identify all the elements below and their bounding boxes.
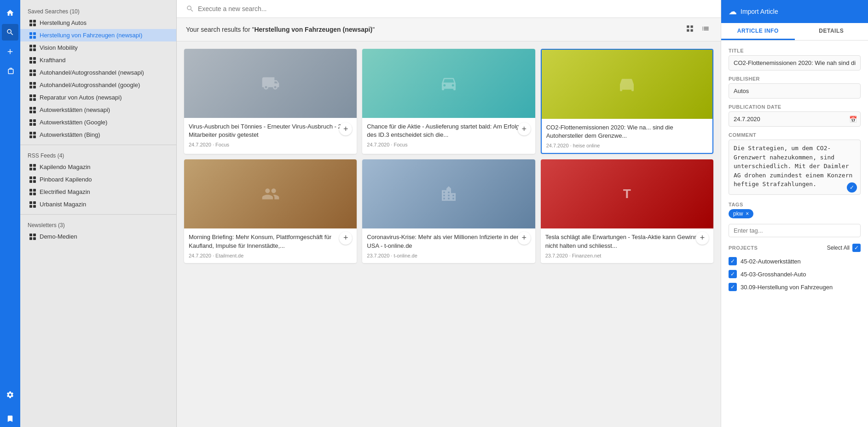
tab-details[interactable]: DETAILS <box>795 23 868 40</box>
article-card-body: Tesla schlägt alle Erwartungen - Tesla-A… <box>541 228 713 263</box>
sidebar-item-autowerkstaetten-google[interactable]: Autowerkstätten (Google) <box>20 116 176 129</box>
grid-icon-pin <box>29 176 36 183</box>
project-checkbox-1[interactable]: ✓ <box>729 270 737 278</box>
grid-icon-an <box>29 70 36 76</box>
select-all-checkbox[interactable]: ✓ <box>852 244 861 252</box>
grid-icon-awb <box>29 132 36 138</box>
grid-icon-active <box>29 32 36 39</box>
right-panel-tabs: ARTICLE INFO DETAILS <box>721 23 868 41</box>
search-bar <box>177 0 721 18</box>
comment-label: COMMENT <box>729 132 861 138</box>
article-card[interactable]: Virus-Ausbruch bei Tönnies - Erneuter Vi… <box>184 49 357 154</box>
list-view-icon[interactable] <box>700 23 712 35</box>
rss-feeds-label: RSS Feeds (4) <box>20 149 176 161</box>
comment-confirm-icon[interactable]: ✓ <box>847 182 857 193</box>
bookmark-nav-icon[interactable] <box>2 410 18 427</box>
sidebar-item-krafthand[interactable]: Krafthand <box>20 54 176 66</box>
comment-field[interactable]: Die Strategien, um dem CO2-Grenzwert nah… <box>729 140 861 195</box>
project-item-0[interactable]: ✓ 45-02-Autowerkstätten <box>729 255 861 268</box>
divider-1 <box>20 145 176 145</box>
grid-icon <box>29 20 36 26</box>
tag-close-button[interactable]: × <box>746 211 749 217</box>
article-image <box>184 159 357 228</box>
tag-input[interactable] <box>729 224 861 237</box>
article-image <box>542 50 712 119</box>
projects-label: PROJECTS <box>729 245 758 251</box>
project-checkbox-2[interactable]: ✓ <box>729 283 737 291</box>
article-image <box>362 49 535 118</box>
article-card-body: CO2-Flottenemissionen 2020: Wie na... si… <box>542 119 712 153</box>
grid-icon-k <box>29 57 36 64</box>
grid-icon-awg <box>29 119 36 126</box>
article-card[interactable]: Coronavirus-Krise: Mehr als vier Million… <box>362 159 535 263</box>
project-checkbox-0[interactable]: ✓ <box>729 257 737 265</box>
sidebar-item-vision-mobility[interactable]: Vision Mobility <box>20 41 176 54</box>
tags-container: pkw × <box>729 209 861 221</box>
sidebar-item-reparatur[interactable]: Reparatur von Autos (newsapi) <box>20 91 176 104</box>
add-article-button[interactable]: + <box>518 232 531 245</box>
sidebar-item-autohandel-newsapi[interactable]: Autohandel/Autogrosshandel (newsapi) <box>20 66 176 79</box>
sidebar-item-demo-medien[interactable]: Demo-Medien <box>20 230 176 243</box>
project-item-2[interactable]: ✓ 30.09-Herstellung von Fahrzeugen <box>729 281 861 293</box>
select-all-container: Select All ✓ <box>827 244 861 252</box>
calendar-icon[interactable]: 📅 <box>849 116 857 123</box>
add-article-button[interactable]: + <box>339 232 352 245</box>
add-nav-icon[interactable] <box>2 43 18 60</box>
sidebar: Saved Searches (10) Herstellung Autos He… <box>20 0 177 427</box>
view-icons <box>684 23 712 35</box>
grid-icon-kap <box>29 164 36 170</box>
grid-icon-r <box>29 94 36 101</box>
publisher-label: PUBLISHER <box>729 76 861 82</box>
projects-header: PROJECTS Select All ✓ <box>729 244 861 252</box>
article-card[interactable]: Morning Briefing: Mehr Konsum, Plattform… <box>184 159 357 263</box>
sidebar-item-kapilendo[interactable]: Kapilendo Magazin <box>20 161 176 173</box>
project-item-1[interactable]: ✓ 45-03-Grosshandel-Auto <box>729 268 861 281</box>
articles-grid: Virus-Ausbruch bei Tönnies - Erneuter Vi… <box>177 41 721 427</box>
grid-icon-elec <box>29 189 36 195</box>
sidebar-item-autowerkstaetten-newsapi[interactable]: Autowerkstätten (newsapi) <box>20 104 176 116</box>
article-card[interactable]: Chance für die Aktie - Auslieferung star… <box>362 49 535 154</box>
grid-icon-vm <box>29 45 36 51</box>
tag-chip-pkw: pkw × <box>729 209 753 218</box>
title-label: TITLE <box>729 48 861 53</box>
left-navigation <box>0 0 20 427</box>
add-article-button[interactable]: + <box>696 232 709 245</box>
briefcase-nav-icon[interactable] <box>2 63 18 79</box>
results-title: Your search results for "Herstellung von… <box>186 26 375 33</box>
right-panel-header: ☁ Import Article <box>721 0 868 23</box>
search-nav-icon[interactable] <box>2 24 18 41</box>
cloud-icon: ☁ <box>729 6 737 17</box>
article-image <box>362 159 535 228</box>
pub-date-field[interactable] <box>729 111 861 127</box>
sidebar-item-herstellung-fahrzeuge[interactable]: Herstellung von Fahrzeugen (newsapi) <box>20 29 176 41</box>
article-card-selected[interactable]: CO2-Flottenemissionen 2020: Wie na... si… <box>541 49 713 154</box>
publisher-field[interactable] <box>729 83 861 99</box>
sidebar-item-herstellung-autos[interactable]: Herstellung Autos <box>20 17 176 29</box>
search-input[interactable] <box>198 5 712 12</box>
results-header: Your search results for "Herstellung von… <box>177 18 721 41</box>
article-card-body: Chance für die Aktie - Auslieferung star… <box>362 118 535 152</box>
article-card[interactable]: T Tesla schlägt alle Erwartungen - Tesla… <box>541 159 713 263</box>
article-card-body: Morning Briefing: Mehr Konsum, Plattform… <box>184 228 357 263</box>
sidebar-item-electrified[interactable]: Electrified Magazin <box>20 186 176 198</box>
home-icon[interactable] <box>2 5 18 21</box>
grid-icon-awn <box>29 107 36 113</box>
sidebar-item-autohandel-google[interactable]: Autohandel/Autogrosshandel (google) <box>20 79 176 91</box>
search-bar-icon <box>186 5 194 13</box>
settings-nav-icon[interactable] <box>2 386 18 403</box>
grid-icon-ag <box>29 82 36 88</box>
article-card-body: Coronavirus-Krise: Mehr als vier Million… <box>362 228 535 263</box>
grid-view-icon[interactable] <box>684 23 696 35</box>
add-article-button[interactable]: + <box>518 123 531 135</box>
article-image: T <box>541 159 713 228</box>
divider-2 <box>20 214 176 215</box>
title-field[interactable] <box>729 55 861 70</box>
tab-article-info[interactable]: ARTICLE INFO <box>721 23 795 40</box>
sidebar-item-autowerkstaetten-bing[interactable]: Autowerkstätten (Bing) <box>20 129 176 141</box>
newsletters-label: Newsletters (3) <box>20 218 176 230</box>
sidebar-item-pinboard[interactable]: Pinboard Kapilendo <box>20 173 176 186</box>
grid-icon-demo <box>29 234 36 240</box>
tags-section: TAGS pkw × <box>729 202 861 237</box>
right-panel-body: TITLE PUBLISHER PUBLICATION DATE 📅 COMME… <box>721 41 868 427</box>
sidebar-item-urbanist[interactable]: Urbanist Magazin <box>20 198 176 211</box>
